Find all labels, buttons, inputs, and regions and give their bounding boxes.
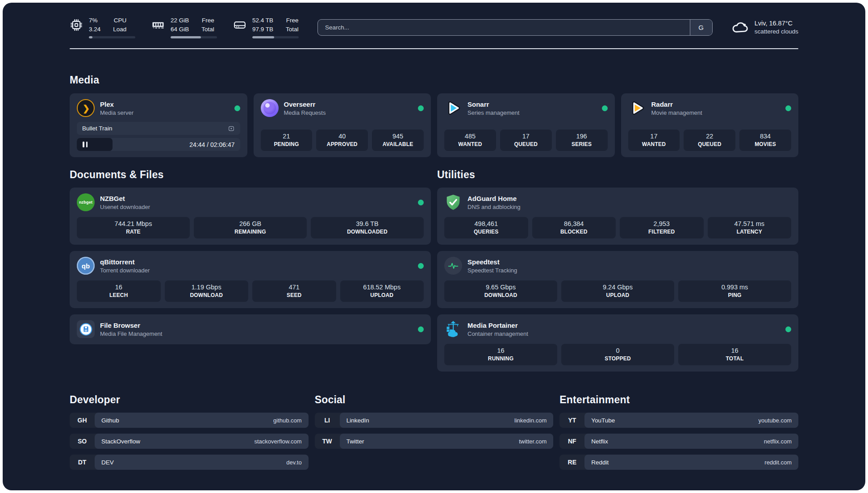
stat-box: 9.24 GbpsUPLOAD bbox=[561, 280, 674, 302]
link-name: Netflix bbox=[591, 438, 608, 445]
card-qbittorrent[interactable]: qb qBittorrent Torrent downloader 16LEEC… bbox=[70, 251, 431, 308]
status-dot bbox=[785, 326, 791, 332]
stat-box: 16RUNNING bbox=[444, 344, 557, 365]
link-abbr: YT bbox=[559, 413, 584, 428]
stat-box: 2,953FILTERED bbox=[620, 217, 704, 238]
link-url: reddit.com bbox=[764, 459, 792, 466]
ram-progress-bar bbox=[171, 36, 217, 38]
link-name: Github bbox=[101, 417, 119, 424]
cpu-progress-bar bbox=[89, 36, 135, 38]
cpu-load-value: 3.24 bbox=[89, 25, 100, 34]
stat-box: 618.52 MbpsUPLOAD bbox=[340, 280, 424, 302]
link-abbr: RE bbox=[559, 455, 584, 470]
overseerr-icon bbox=[261, 99, 279, 117]
link-github[interactable]: GH Github github.com bbox=[70, 413, 309, 428]
stat-box: 22QUEUED bbox=[684, 130, 735, 151]
stat-box: 471SEED bbox=[252, 280, 336, 302]
link-abbr: DT bbox=[70, 455, 95, 470]
app-title: Plex bbox=[100, 100, 134, 108]
link-abbr: SO bbox=[70, 434, 95, 449]
app-description: DNS and adblocking bbox=[467, 204, 521, 210]
memory-stat: 22 GiB 64 GiB Free Total bbox=[151, 16, 217, 38]
stat-box: 47.571 msLATENCY bbox=[708, 217, 792, 238]
link-url: github.com bbox=[273, 417, 302, 424]
stat-box: 21PENDING bbox=[261, 130, 313, 151]
status-dot bbox=[234, 105, 240, 111]
weather-widget: Lviv, 16.87°C scattered clouds bbox=[731, 19, 798, 36]
link-linkedin[interactable]: LI LinkedIn linkedin.com bbox=[315, 413, 554, 428]
stat-box: 0.993 msPING bbox=[678, 280, 791, 302]
app-title: qBittorrent bbox=[100, 258, 150, 266]
card-speedtest[interactable]: Speedtest Speedtest Tracking 9.65 GbpsDO… bbox=[437, 251, 798, 308]
app-description: Media File Management bbox=[100, 330, 162, 337]
link-dev[interactable]: DT DEV dev.to bbox=[70, 455, 309, 470]
ram-total-value: 64 GiB bbox=[171, 25, 189, 34]
weather-location-temp: Lviv, 16.87°C bbox=[755, 19, 798, 28]
disk-free-value: 52.4 TB bbox=[252, 16, 273, 25]
card-portainer[interactable]: Media Portainer Container management 16R… bbox=[437, 314, 798, 372]
link-name: Reddit bbox=[591, 459, 609, 466]
app-title: Media Portainer bbox=[467, 322, 528, 329]
link-name: StackOverflow bbox=[101, 438, 140, 445]
now-playing-widget: Bullet Train 24:44 / 02:06:47 bbox=[77, 122, 240, 151]
stat-box: 17QUEUED bbox=[500, 130, 552, 151]
cpu-load-label: Load bbox=[113, 25, 126, 34]
section-title-developer: Developer bbox=[70, 394, 309, 406]
stat-box: 16TOTAL bbox=[678, 344, 791, 365]
app-title: File Browser bbox=[100, 322, 162, 329]
card-radarr[interactable]: Radarr Movie management 17WANTED 22QUEUE… bbox=[621, 93, 799, 157]
link-netflix[interactable]: NF Netflix netflix.com bbox=[559, 434, 798, 449]
link-abbr: TW bbox=[315, 434, 340, 449]
app-description: Usenet downloader bbox=[100, 204, 150, 210]
card-overseerr[interactable]: Overseerr Media Requests 21PENDING 40APP… bbox=[254, 93, 431, 157]
link-url: twitter.com bbox=[519, 438, 547, 445]
app-title: Speedtest bbox=[467, 258, 517, 266]
disk-stat: 52.4 TB 97.9 TB Free Total bbox=[233, 16, 299, 38]
app-description: Series management bbox=[467, 109, 519, 116]
link-abbr: GH bbox=[70, 413, 95, 428]
disk-total-value: 97.9 TB bbox=[252, 25, 273, 34]
link-stackoverflow[interactable]: SO StackOverflow stackoverflow.com bbox=[70, 434, 309, 449]
card-plex[interactable]: ❯ Plex Media server Bullet Train bbox=[70, 93, 247, 157]
status-dot bbox=[785, 105, 791, 111]
link-twitter[interactable]: TW Twitter twitter.com bbox=[315, 434, 554, 449]
link-url: stackoverflow.com bbox=[254, 438, 301, 445]
top-bar: 7% 3.24 CPU Load bbox=[70, 3, 798, 38]
status-dot bbox=[418, 105, 424, 111]
link-url: youtube.com bbox=[759, 417, 792, 424]
playback-progress-bar: 24:44 / 02:06:47 bbox=[77, 138, 240, 151]
link-abbr: NF bbox=[559, 434, 584, 449]
card-adguard[interactable]: AdGuard Home DNS and adblocking 498,461Q… bbox=[437, 188, 798, 245]
ram-total-label: Total bbox=[201, 25, 214, 34]
adguard-icon bbox=[444, 193, 462, 211]
card-filebrowser[interactable]: File Browser Media File Management bbox=[70, 314, 431, 344]
stat-box: 17WANTED bbox=[628, 130, 680, 151]
disk-total-label: Total bbox=[286, 25, 299, 34]
stat-box: 744.21 MbpsRATE bbox=[77, 217, 190, 238]
card-sonarr[interactable]: Sonarr Series management 485WANTED 17QUE… bbox=[437, 93, 615, 157]
stat-box: 9.65 GbpsDOWNLOAD bbox=[444, 280, 557, 302]
app-title: Overseerr bbox=[284, 100, 326, 108]
search-engine-button[interactable]: G bbox=[690, 20, 712, 35]
sonarr-icon bbox=[444, 99, 462, 117]
stat-box: 0STOPPED bbox=[561, 344, 674, 365]
speedtest-icon bbox=[444, 257, 462, 275]
playback-time: 24:44 / 02:06:47 bbox=[189, 141, 234, 148]
ram-free-value: 22 GiB bbox=[171, 16, 189, 25]
link-youtube[interactable]: YT YouTube youtube.com bbox=[559, 413, 798, 428]
plex-icon: ❯ bbox=[77, 99, 95, 117]
weather-condition: scattered clouds bbox=[755, 28, 798, 36]
section-title-entertainment: Entertainment bbox=[559, 394, 798, 406]
system-stats: 7% 3.24 CPU Load bbox=[70, 16, 299, 38]
cloud-icon bbox=[731, 19, 748, 36]
status-dot bbox=[418, 326, 424, 332]
link-name: DEV bbox=[101, 459, 114, 466]
filebrowser-icon bbox=[77, 320, 95, 338]
cpu-stat: 7% 3.24 CPU Load bbox=[70, 16, 135, 38]
card-nzbget[interactable]: nzbget NZBGet Usenet downloader 744.21 M… bbox=[70, 188, 431, 245]
search-input[interactable] bbox=[318, 20, 690, 35]
link-reddit[interactable]: RE Reddit reddit.com bbox=[559, 455, 798, 470]
app-title: Sonarr bbox=[467, 100, 519, 108]
disk-free-label: Free bbox=[286, 16, 299, 25]
section-title-utilities: Utilities bbox=[437, 169, 798, 181]
